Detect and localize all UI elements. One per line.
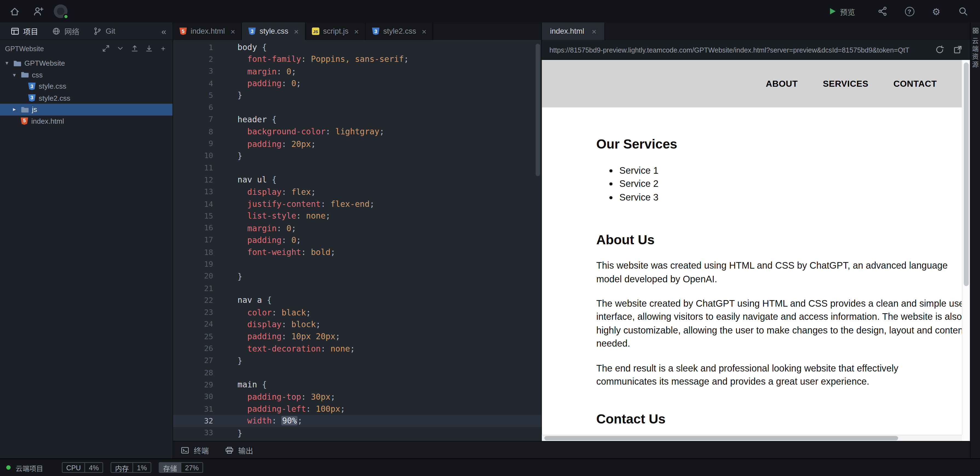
code-line[interactable]: 22nav a { [173,294,541,306]
code-token: : [272,308,282,317]
code-line[interactable]: 12nav ul { [173,174,541,186]
nav-link-contact[interactable]: CONTACT [868,73,937,95]
code-token: : [301,392,311,401]
code-area[interactable]: 1body {2 font-family: Poppins, sans-seri… [173,40,541,441]
code-token: padding-top [247,392,301,401]
home-button[interactable] [6,3,22,19]
code-token: nav a [238,296,262,305]
folder-icon [13,60,21,67]
code-line[interactable]: 15 list-style: none; [173,210,541,222]
code-line[interactable]: 10} [173,150,541,162]
expand-panel-button[interactable] [101,44,110,53]
open-external-button[interactable] [953,45,963,54]
editor-scrollbar-thumb[interactable] [536,44,540,176]
status-metric-存储[interactable]: 存储27% [159,462,203,473]
code-line[interactable]: 3 margin: 0; [173,65,541,78]
sidebar-tab-network[interactable]: 网络 [45,22,86,40]
url-input[interactable]: https://81575bd9-preview.lightly.teamcod… [549,46,928,53]
code-line[interactable]: 11 [173,162,541,174]
new-file-button[interactable]: + [159,44,167,53]
output-toggle[interactable]: 输出 [225,445,253,455]
sidebar-tab-git[interactable]: Git [86,22,122,40]
collapse-sidebar-button[interactable]: « [162,26,166,36]
tree-item-style.css[interactable]: 3style.css [0,81,172,92]
code-line[interactable]: 9 padding: 20px; [173,138,541,150]
code-line[interactable]: 13 display: flex; [173,186,541,198]
sidebar-tab-project[interactable]: 项目 [4,22,45,40]
tree-item-style2.css[interactable]: 3style2.css [0,92,172,104]
code-line[interactable]: 21 [173,282,541,294]
code-line[interactable]: 28 [173,367,541,379]
connection-label[interactable]: 云端项目 [16,463,43,473]
code-line[interactable]: 19 [173,258,541,270]
status-metric-内存[interactable]: 内存1% [111,462,151,473]
code-line[interactable]: 25 padding: 10px 20px; [173,330,541,343]
preview-tab[interactable]: index.html × [542,22,605,40]
chevron-down-icon [117,45,124,52]
search-button[interactable] [955,3,971,19]
code-line[interactable]: 33} [173,427,541,439]
nav-link-about[interactable]: ABOUT [741,73,798,95]
close-icon[interactable]: × [231,27,235,36]
share-button[interactable] [874,3,891,19]
code-line[interactable]: 2 font-family: Poppins, sans-serif; [173,53,541,65]
settings-button[interactable]: ⚙ [928,3,944,19]
user-avatar[interactable] [54,5,67,18]
download-file-button[interactable] [144,44,153,53]
line-text: nav a { [213,296,272,305]
close-icon[interactable]: × [354,27,359,36]
code-line[interactable]: 18 font-weight: bold; [173,246,541,258]
code-line[interactable]: 1body { [173,41,541,53]
code-line[interactable]: 20} [173,270,541,282]
code-line[interactable]: 27} [173,355,541,367]
code-line[interactable]: 32 width: 90%; [173,415,541,427]
preview-vscrollbar-thumb[interactable] [964,62,969,286]
code-line[interactable]: 6 [173,102,541,114]
play-icon [830,8,836,14]
run-preview-button[interactable]: 预览 [830,6,855,17]
code-line[interactable]: 23 color: black; [173,306,541,319]
code-line[interactable]: 5} [173,89,541,102]
refresh-button[interactable] [935,45,944,54]
code-token: { [267,175,277,184]
tree-item-GPTWebsite[interactable]: ▾GPTWebsite [0,57,172,69]
editor-tab-style2.css[interactable]: 3style2.css× [366,22,433,40]
code-token [238,320,247,329]
close-icon[interactable]: × [294,27,299,36]
status-metric-cpu[interactable]: CPU4% [62,462,103,473]
about-paragraph: This website was created using HTML and … [596,259,958,286]
code-token: : [301,55,311,64]
help-button[interactable]: ? [901,3,917,19]
invite-member-button[interactable] [30,3,46,19]
code-line[interactable]: 31 padding-left: 100px; [173,403,541,415]
line-text: display: flex; [213,187,316,197]
line-text: } [213,272,243,281]
terminal-toggle[interactable]: 终端 [181,445,209,455]
code-line[interactable]: 4 padding: 0; [173,78,541,89]
code-token: ; [296,236,301,245]
code-line[interactable]: 29main { [173,379,541,391]
code-line[interactable]: 30 padding-top: 30px; [173,391,541,403]
code-line[interactable]: 24 display: block; [173,319,541,330]
editor-tab-index.html[interactable]: 5index.html× [173,22,242,40]
code-line[interactable]: 16 margin: 0; [173,222,541,234]
project-menu-button[interactable] [116,44,124,53]
line-number: 8 [173,127,213,136]
editor-tab-script.js[interactable]: JSscript.js× [305,22,366,40]
code-line[interactable]: 7header { [173,114,541,125]
tree-item-css[interactable]: ▾css [0,69,172,81]
home-icon [9,6,20,17]
nav-link-services[interactable]: SERVICES [798,73,869,95]
close-icon[interactable]: × [592,27,596,36]
close-icon[interactable]: × [422,27,426,36]
editor-tab-style.css[interactable]: 3style.css× [242,22,305,40]
code-line[interactable]: 8 background-color: lightgray; [173,125,541,138]
right-vertical-tab[interactable]: 云端资源 [971,27,980,69]
tree-item-js[interactable]: ▸js [0,104,172,115]
preview-hscrollbar-thumb[interactable] [544,436,898,440]
code-line[interactable]: 17 padding: 0; [173,234,541,246]
code-line[interactable]: 26 text-decoration: none; [173,343,541,355]
code-line[interactable]: 14 justify-content: flex-end; [173,198,541,210]
upload-file-button[interactable] [130,44,139,53]
tree-item-index.html[interactable]: 5index.html [0,115,172,127]
